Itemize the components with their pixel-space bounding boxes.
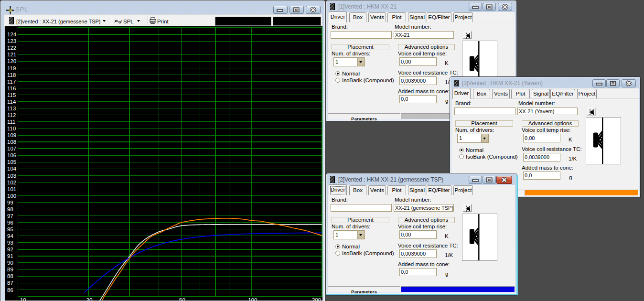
svg-text:86: 86 [7, 287, 13, 293]
svg-text:117: 117 [7, 79, 16, 85]
svg-text:98: 98 [7, 206, 13, 212]
svg-text:115: 115 [7, 92, 16, 98]
svg-text:96: 96 [7, 220, 13, 226]
svg-text:124: 124 [7, 32, 17, 37]
svg-text:101: 101 [7, 186, 16, 192]
svg-text:103: 103 [7, 173, 16, 179]
svg-text:107: 107 [7, 146, 16, 151]
svg-text:92: 92 [7, 247, 13, 252]
svg-text:94: 94 [7, 233, 13, 239]
svg-text:105: 105 [7, 159, 16, 165]
svg-text:123: 123 [7, 38, 16, 44]
svg-text:97: 97 [7, 213, 13, 219]
svg-text:111: 111 [7, 119, 15, 125]
svg-text:113: 113 [7, 106, 16, 111]
svg-text:108: 108 [7, 139, 16, 145]
svg-text:100: 100 [7, 193, 16, 199]
svg-text:118: 118 [7, 72, 16, 78]
svg-text:89: 89 [7, 267, 13, 272]
svg-text:87: 87 [7, 280, 13, 286]
svg-text:120: 120 [7, 58, 16, 64]
svg-text:112: 112 [7, 112, 16, 118]
svg-text:91: 91 [7, 253, 13, 259]
svg-text:116: 116 [7, 86, 16, 91]
svg-text:119: 119 [7, 65, 16, 71]
svg-text:95: 95 [7, 226, 13, 232]
svg-text:121: 121 [7, 52, 16, 57]
svg-text:99: 99 [7, 200, 13, 205]
svg-text:104: 104 [7, 166, 17, 172]
svg-text:109: 109 [7, 132, 16, 138]
svg-text:122: 122 [7, 45, 16, 51]
svg-text:114: 114 [7, 99, 16, 105]
svg-text:110: 110 [7, 126, 16, 131]
svg-text:90: 90 [7, 260, 13, 266]
svg-text:93: 93 [7, 240, 13, 246]
svg-text:106: 106 [7, 152, 16, 158]
svg-text:88: 88 [7, 273, 13, 279]
svg-text:102: 102 [7, 180, 16, 185]
